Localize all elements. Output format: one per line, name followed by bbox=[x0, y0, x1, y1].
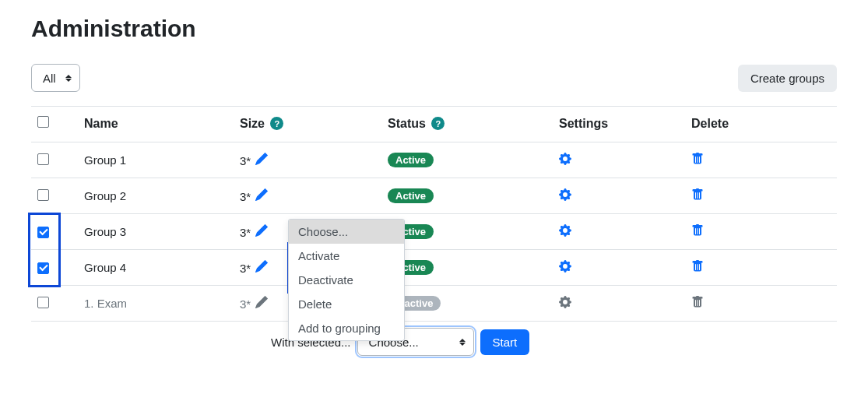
trash-icon[interactable] bbox=[691, 153, 704, 165]
status-badge: Active bbox=[388, 153, 434, 167]
pencil-icon[interactable] bbox=[255, 260, 268, 273]
filter-select[interactable]: All bbox=[31, 64, 80, 92]
table-row: Group 23*Active bbox=[31, 178, 837, 214]
pencil-icon[interactable] bbox=[255, 153, 268, 165]
row-size: 3* bbox=[240, 154, 251, 167]
dropdown-option[interactable]: Add to grouping bbox=[289, 316, 404, 340]
row-checkbox[interactable] bbox=[37, 297, 49, 308]
start-button[interactable]: Start bbox=[480, 329, 530, 355]
bulk-action-dropdown-open[interactable]: Choose...ActivateDeactivateDeleteAdd to … bbox=[288, 219, 405, 341]
col-header-status: Status bbox=[388, 117, 426, 130]
gear-icon[interactable] bbox=[559, 260, 571, 273]
groups-table: Name Size ? Status ? Settings Delete Gro… bbox=[31, 106, 837, 322]
trash-icon[interactable] bbox=[691, 224, 704, 237]
col-header-size: Size bbox=[240, 117, 265, 130]
dropdown-option[interactable]: Delete bbox=[289, 292, 404, 316]
dropdown-option[interactable]: Choose... bbox=[289, 220, 404, 244]
dropdown-option[interactable]: Deactivate bbox=[289, 268, 404, 292]
row-name: Group 1 bbox=[84, 153, 126, 167]
chevron-updown-icon bbox=[459, 339, 466, 346]
table-row: Group 13*Active bbox=[31, 142, 837, 178]
row-checkbox[interactable] bbox=[37, 153, 49, 165]
row-name: Group 2 bbox=[84, 189, 126, 202]
help-icon[interactable]: ? bbox=[270, 117, 283, 130]
col-header-name: Name bbox=[78, 107, 234, 142]
gear-icon[interactable] bbox=[559, 224, 571, 237]
filter-select-value: All bbox=[43, 72, 56, 85]
dropdown-option[interactable]: Activate bbox=[289, 244, 404, 268]
help-icon[interactable]: ? bbox=[431, 117, 445, 130]
col-header-settings: Settings bbox=[553, 107, 685, 142]
pencil-icon[interactable] bbox=[255, 224, 268, 237]
table-row: 1. Exam3*Inactive bbox=[31, 286, 837, 322]
row-name: Group 4 bbox=[84, 261, 126, 274]
pencil-icon[interactable] bbox=[255, 296, 268, 308]
trash-icon[interactable] bbox=[691, 260, 704, 273]
col-header-delete: Delete bbox=[685, 107, 837, 142]
row-name: 1. Exam bbox=[84, 297, 127, 310]
row-size: 3* bbox=[240, 262, 251, 275]
gear-icon[interactable] bbox=[559, 188, 571, 201]
row-name: Group 3 bbox=[84, 225, 126, 238]
page-title: Administration bbox=[31, 16, 837, 42]
gear-icon[interactable] bbox=[559, 153, 571, 165]
pencil-icon[interactable] bbox=[255, 188, 268, 201]
row-checkbox[interactable] bbox=[37, 189, 49, 201]
status-badge: Active bbox=[388, 188, 434, 203]
chevron-updown-icon bbox=[65, 75, 72, 82]
trash-icon[interactable] bbox=[691, 188, 704, 201]
row-size: 3* bbox=[240, 226, 251, 239]
row-size: 3* bbox=[240, 190, 251, 203]
table-row: Group 33*Active bbox=[31, 214, 837, 250]
trash-icon[interactable] bbox=[691, 296, 704, 308]
row-size: 3* bbox=[240, 297, 251, 311]
table-row: Group 43*Active bbox=[31, 250, 837, 286]
create-groups-button[interactable]: Create groups bbox=[738, 65, 837, 92]
gear-icon[interactable] bbox=[559, 296, 571, 308]
row-checkbox[interactable] bbox=[37, 227, 49, 238]
select-all-checkbox[interactable] bbox=[37, 116, 49, 128]
row-checkbox[interactable] bbox=[37, 262, 49, 274]
